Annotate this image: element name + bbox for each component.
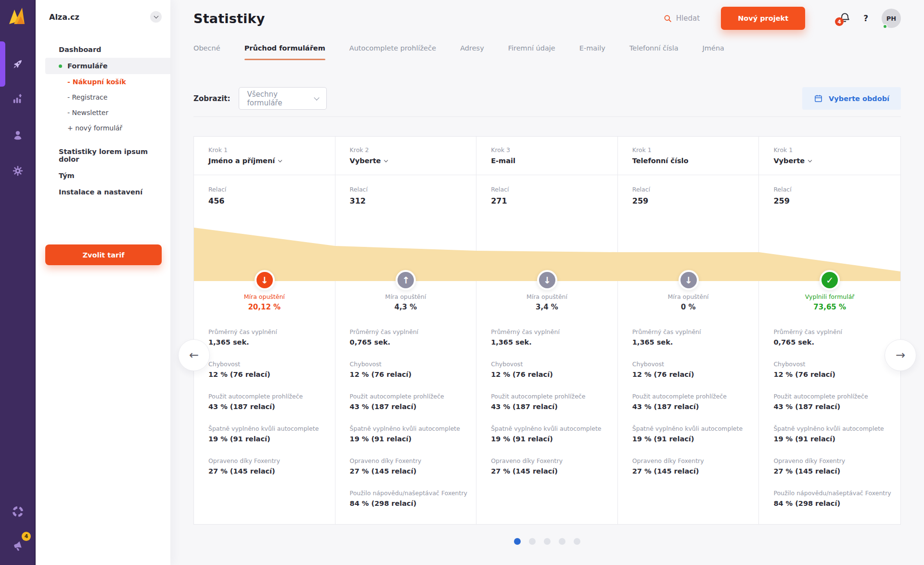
tab-autocomplete-prohl-e-e[interactable]: Autocomplete prohlížeče	[349, 44, 436, 60]
avatar[interactable]: PH	[882, 9, 901, 28]
stats-list: Průměrný čas vyplnění1,365 sek.Chybovost…	[194, 328, 335, 476]
stat-label: Použilo nápovědu/našeptávač Foxentry	[773, 489, 896, 497]
tab-firemn-daje[interactable]: Firemní údaje	[508, 44, 555, 60]
tab-telefonn-sla[interactable]: Telefonní čísla	[629, 44, 679, 60]
sessions-value: 271	[491, 196, 603, 206]
form-select[interactable]: Všechny formuláře	[239, 87, 327, 110]
new-project-button[interactable]: Nový projekt	[721, 7, 805, 30]
stat-label: Špatně vyplněno kvůli autocomplete	[208, 425, 330, 433]
choose-plan-button[interactable]: Zvolit tarif	[45, 244, 162, 265]
sidebar: Alza.cz DashboardFormuláře- Nákupní koší…	[36, 0, 170, 565]
sidebar-item-instalace-a-nastaven[interactable]: Instalace a nastavení	[36, 184, 170, 200]
sidebar-item-registrace[interactable]: - Registrace	[36, 90, 170, 105]
sessions-label: Relací	[208, 186, 321, 193]
stat-label: Chybovost	[632, 360, 754, 368]
rail-item-statistics[interactable]	[0, 81, 36, 117]
tab-adresy[interactable]: Adresy	[460, 44, 484, 60]
sidebar-item-formul-e[interactable]: Formuláře	[45, 58, 170, 74]
rate-badge: Míra opuštění0 %	[618, 293, 759, 312]
arrow-up-icon: ↑	[396, 270, 416, 290]
stats-list: Průměrný čas vyplnění0,765 sek.Chybovost…	[759, 328, 900, 508]
carousel-dot-5[interactable]	[574, 538, 580, 545]
carousel-dot-4[interactable]	[559, 538, 565, 545]
stat-value: 12 % (76 relací)	[632, 370, 754, 379]
funnel-column: Krok 3E-mailRelací271Míra opuštění3,4 %P…	[476, 137, 618, 524]
filter-label: Zobrazit:	[193, 94, 230, 103]
rate-badge: Míra opuštění4,3 %	[335, 293, 476, 312]
carousel-dot-2[interactable]	[529, 538, 536, 545]
carousel-next-button[interactable]: →	[885, 339, 916, 371]
sidebar-item-n-kupn-ko-k[interactable]: - Nákupní košík	[36, 74, 170, 90]
stat-label: Průměrný čas vyplnění	[350, 328, 472, 336]
rate-label: Míra opuštění	[194, 293, 335, 301]
sidebar-item-t-m[interactable]: Tým	[36, 167, 170, 184]
stat-label: Průměrný čas vyplnění	[491, 328, 613, 336]
stat-label: Opraveno díky Foxentry	[632, 457, 754, 465]
project-name: Alza.cz	[49, 13, 150, 22]
sessions-value: 259	[773, 196, 886, 206]
funnel-step-header[interactable]: Krok 3E-mail	[476, 137, 617, 175]
funnel-step-header[interactable]: Krok 1Jméno a příjmení	[194, 137, 335, 175]
select-period-button[interactable]: Vyberte období	[802, 87, 901, 110]
rail-item-forms[interactable]	[0, 46, 36, 82]
funnel-step-header[interactable]: Krok 1Telefonní číslo	[618, 137, 759, 175]
carousel-prev-button[interactable]: ←	[178, 339, 210, 371]
tab-pr-chod-formul-em[interactable]: Průchod formulářem	[244, 44, 325, 60]
sidebar-item-label: - Newsletter	[67, 109, 108, 116]
stat-item: Chybovost12 % (76 relací)	[632, 360, 754, 379]
stat-value: 43 % (187 relací)	[773, 402, 896, 411]
lifebuoy-icon	[11, 505, 25, 518]
rate-label: Míra opuštění	[618, 293, 759, 301]
help-button[interactable]: ?	[863, 13, 868, 23]
rate-badge: Míra opuštění20,12 %	[194, 293, 335, 312]
tab-obecn[interactable]: Obecné	[193, 44, 220, 60]
stat-item: Opraveno díky Foxentry27 % (145 relací)	[350, 457, 472, 476]
foxentry-logo[interactable]	[6, 5, 29, 28]
sidebar-item-label: + nový formulář	[67, 124, 122, 132]
project-switcher-button[interactable]	[150, 11, 162, 23]
carousel-dot-1[interactable]	[514, 538, 521, 545]
tab-jm-na[interactable]: Jména	[703, 44, 724, 60]
stat-value: 43 % (187 relací)	[350, 402, 472, 411]
sidebar-item-newsletter[interactable]: - Newsletter	[36, 105, 170, 120]
stat-item: Opraveno díky Foxentry27 % (145 relací)	[208, 457, 330, 476]
rate-value: 0 %	[618, 303, 759, 312]
rate-label: Míra opuštění	[335, 293, 476, 301]
sessions-label: Relací	[350, 186, 462, 193]
chevron-down-icon	[314, 95, 320, 100]
stat-value: 19 % (91 relací)	[350, 435, 472, 444]
step-label: Krok 3	[491, 146, 603, 154]
funnel-column: Krok 1Telefonní čísloRelací259Míra opušt…	[618, 137, 759, 524]
stat-label: Použilo nápovědu/našeptávač Foxentry	[350, 489, 472, 497]
stat-label: Průměrný čas vyplnění	[632, 328, 754, 336]
stat-label: Opraveno díky Foxentry	[350, 457, 472, 465]
sessions-value: 456	[208, 196, 321, 206]
sidebar-item-nov-formul[interactable]: + nový formulář	[36, 120, 170, 136]
stat-item: Chybovost12 % (76 relací)	[491, 360, 613, 379]
sidebar-item-label: - Nákupní košík	[67, 78, 126, 86]
rail-item-support[interactable]	[0, 494, 36, 529]
stat-value: 1,365 sek.	[208, 338, 330, 347]
sessions-label: Relací	[773, 186, 886, 193]
notifications-button[interactable]: 4	[839, 12, 851, 26]
sessions-block: Relací312	[335, 186, 476, 206]
tab-e-maily[interactable]: E-maily	[579, 44, 605, 60]
sidebar-item-dashboard[interactable]: Dashboard	[36, 41, 170, 58]
rail-item-announcements[interactable]: 4	[0, 528, 36, 564]
rail-item-users[interactable]	[0, 117, 36, 153]
carousel-dot-3[interactable]	[544, 538, 551, 545]
header-actions: Hledat Nový projekt 4 ? PH	[664, 7, 901, 30]
sidebar-item-statistiky-lorem-ipsum-dolor[interactable]: Statistiky lorem ipsum dolor	[36, 143, 170, 167]
rail-item-settings[interactable]	[0, 153, 36, 189]
sidebar-item-label: Instalace a nastavení	[59, 188, 142, 196]
stat-value: 27 % (145 relací)	[208, 467, 330, 476]
stat-value: 12 % (76 relací)	[208, 370, 330, 379]
search-input[interactable]: Hledat	[664, 14, 700, 23]
stat-item: Špatně vyplněno kvůli autocomplete19 % (…	[491, 425, 613, 444]
stat-value: 27 % (145 relací)	[350, 467, 472, 476]
funnel-step-header[interactable]: Krok 2Vyberte	[335, 137, 476, 175]
stat-label: Opraveno díky Foxentry	[773, 457, 896, 465]
rate-value: 4,3 %	[335, 303, 476, 312]
field-name: Vyberte	[350, 157, 462, 165]
funnel-step-header[interactable]: Krok 1Vyberte	[759, 137, 900, 175]
